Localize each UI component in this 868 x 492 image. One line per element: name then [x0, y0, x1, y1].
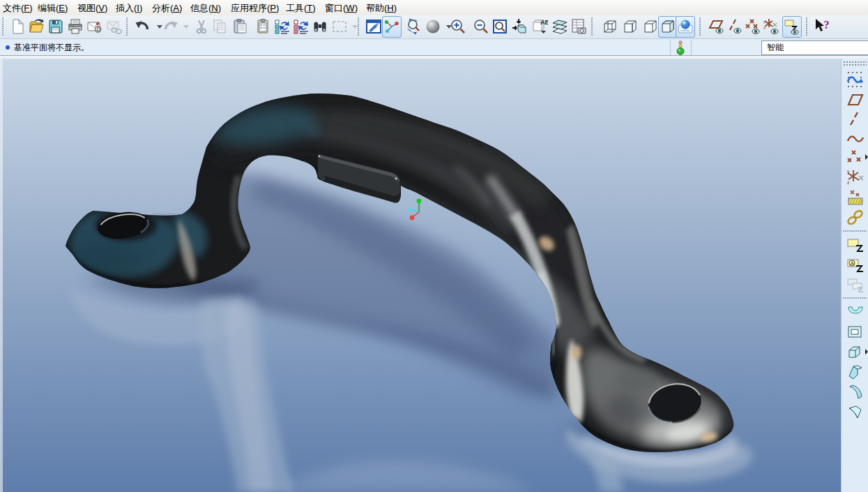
- svg-text:z: z: [847, 180, 850, 185]
- svg-text:z: z: [763, 26, 766, 30]
- svg-text:y: y: [847, 169, 850, 174]
- svg-text:y: y: [763, 20, 766, 24]
- svg-text:AB: AB: [540, 19, 548, 26]
- svg-text:A: A: [851, 260, 855, 267]
- svg-text:?: ?: [824, 19, 830, 31]
